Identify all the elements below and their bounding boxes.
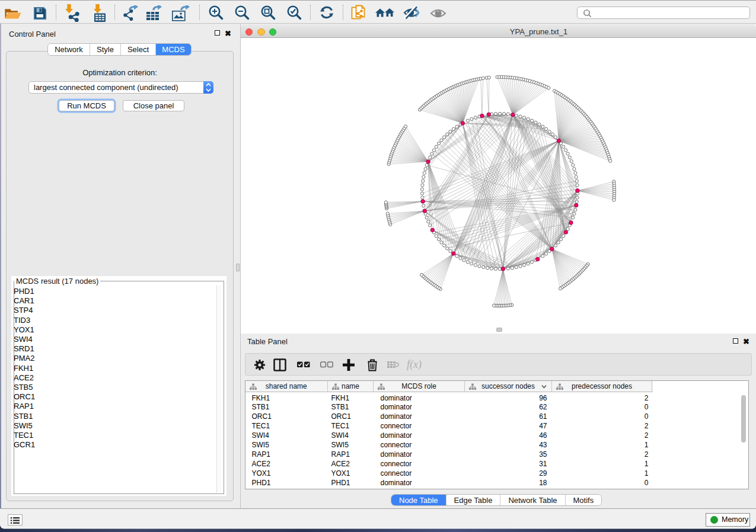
svg-text:f(x): f(x) <box>407 358 422 371</box>
